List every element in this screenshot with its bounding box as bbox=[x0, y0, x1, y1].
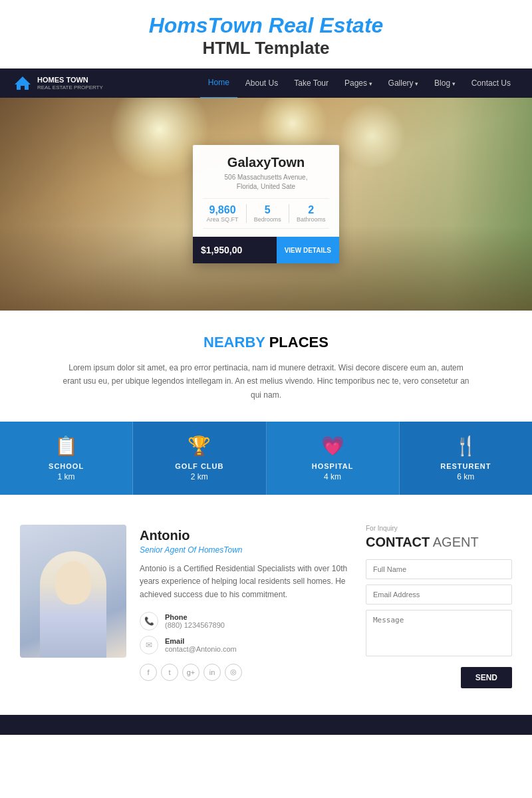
agent-photo-placeholder bbox=[20, 525, 126, 658]
nav-item-home[interactable]: Home bbox=[200, 68, 237, 98]
social-googleplus[interactable]: g+ bbox=[182, 664, 200, 681]
amenity-school-dist: 1 km bbox=[7, 472, 126, 481]
agent-email-row: ✉ Email contact@Antonio.com bbox=[140, 636, 352, 654]
nav-link-contact[interactable]: Contact Us bbox=[464, 68, 519, 98]
nav-item-gallery[interactable]: Gallery bbox=[380, 68, 427, 98]
social-linkedin[interactable]: in bbox=[203, 664, 221, 681]
amenities-bar: 📋 SCHOOL 1 km 🏆 GOLF CLUB 2 km 💗 HOSPITA… bbox=[0, 422, 532, 495]
amenity-restaurant-name: RESTURENT bbox=[406, 462, 525, 470]
agent-photo bbox=[20, 525, 126, 658]
agent-phone-row: 📞 Phone (880) 1234567890 bbox=[140, 612, 352, 630]
stat-divider-2 bbox=[289, 204, 289, 223]
view-details-button[interactable]: VIEW DETAILS bbox=[277, 237, 339, 263]
agent-info: Antonio Senior Agent Of HomesTown Antoni… bbox=[140, 525, 352, 681]
nav-item-about[interactable]: About Us bbox=[237, 68, 286, 98]
social-facebook[interactable]: f bbox=[140, 664, 157, 681]
navbar: HOMES TOWN REAL ESTATE PROPERTY Home Abo… bbox=[0, 68, 532, 98]
phone-icon: 📞 bbox=[140, 612, 158, 630]
nav-item-blog[interactable]: Blog bbox=[426, 68, 464, 98]
phone-label: Phone bbox=[165, 613, 225, 621]
nav-logo[interactable]: HOMES TOWN REAL ESTATE PROPERTY bbox=[13, 75, 103, 91]
nav-link-home[interactable]: Home bbox=[200, 68, 237, 98]
agent-bio: Antonio is a Certified Residential Speci… bbox=[140, 563, 352, 601]
nav-item-contact[interactable]: Contact Us bbox=[464, 68, 519, 98]
nav-link-pages[interactable]: Pages bbox=[336, 68, 380, 98]
amenity-golf: 🏆 GOLF CLUB 2 km bbox=[133, 422, 266, 495]
nav-item-pages[interactable]: Pages bbox=[336, 68, 380, 98]
home-icon bbox=[13, 75, 32, 91]
nav-logo-name: HOMES TOWN bbox=[37, 76, 103, 84]
send-button[interactable]: SEND bbox=[461, 667, 512, 688]
amenity-golf-name: GOLF CLUB bbox=[140, 462, 259, 470]
nav-link-about[interactable]: About Us bbox=[237, 68, 286, 98]
email-icon: ✉ bbox=[140, 636, 158, 654]
form-title-normal: AGENT bbox=[430, 535, 478, 549]
email-value: contact@Antonio.com bbox=[165, 645, 237, 653]
stat-divider-1 bbox=[246, 204, 247, 223]
footer-bar bbox=[0, 715, 532, 735]
page-title-section: HomsTown Real Estate HTML Template bbox=[0, 0, 532, 68]
hero-section: GalaxyTown 506 Massachusetts Avenue, Flo… bbox=[0, 98, 532, 311]
form-inquiry-label: For Inquiry bbox=[366, 525, 512, 532]
nav-item-tour[interactable]: Take Tour bbox=[286, 68, 336, 98]
email-label: Email bbox=[165, 637, 237, 645]
golf-icon: 🏆 bbox=[140, 435, 259, 457]
nearby-title-highlight: NEARBY bbox=[203, 334, 265, 350]
school-icon: 📋 bbox=[7, 435, 126, 457]
nav-link-gallery[interactable]: Gallery bbox=[380, 68, 427, 98]
svg-marker-0 bbox=[15, 76, 31, 90]
nearby-section: NEARBY PLACES Lorem ipsum dolor sit amet… bbox=[0, 311, 532, 418]
agent-phone-info: Phone (880) 1234567890 bbox=[165, 613, 225, 629]
contact-form-section: For Inquiry CONTACT AGENT SEND bbox=[366, 525, 512, 688]
agent-section: Antonio Senior Agent Of HomesTown Antoni… bbox=[0, 498, 532, 715]
amenity-hospital: 💗 HOSPITAL 4 km bbox=[267, 422, 400, 495]
page-title-sub: HTML Template bbox=[0, 38, 532, 59]
amenity-school: 📋 SCHOOL 1 km bbox=[0, 422, 133, 495]
nav-link-blog[interactable]: Blog bbox=[426, 68, 464, 98]
form-title: CONTACT AGENT bbox=[366, 535, 512, 550]
social-instagram[interactable]: ◎ bbox=[225, 664, 242, 681]
nearby-description: Lorem ipsum dolor sit amet, ea pro error… bbox=[60, 361, 472, 402]
nearby-title-rest: PLACES bbox=[265, 334, 329, 350]
amenity-golf-dist: 2 km bbox=[140, 472, 259, 481]
amenity-hospital-name: HOSPITAL bbox=[273, 462, 392, 470]
nav-logo-tagline: REAL ESTATE PROPERTY bbox=[37, 84, 103, 90]
social-twitter[interactable]: t bbox=[161, 664, 178, 681]
hospital-icon: 💗 bbox=[273, 435, 392, 457]
nav-links: Home About Us Take Tour Pages Gallery Bl… bbox=[200, 68, 519, 98]
restaurant-icon: 🍴 bbox=[406, 435, 525, 457]
social-links: f t g+ in ◎ bbox=[140, 664, 352, 681]
stat-bedrooms: 5 Bedrooms bbox=[254, 204, 281, 223]
email-input[interactable] bbox=[366, 585, 512, 604]
full-name-input[interactable] bbox=[366, 559, 512, 579]
property-card: GalaxyTown 506 Massachusetts Avenue, Flo… bbox=[193, 145, 339, 263]
amenity-restaurant: 🍴 RESTURENT 6 km bbox=[400, 422, 532, 495]
message-textarea[interactable] bbox=[366, 610, 512, 656]
amenity-restaurant-dist: 6 km bbox=[406, 472, 525, 481]
nav-link-tour[interactable]: Take Tour bbox=[286, 68, 336, 98]
phone-value: (880) 1234567890 bbox=[165, 621, 225, 629]
amenity-school-name: SCHOOL bbox=[7, 462, 126, 470]
property-footer: $1,950,00 VIEW DETAILS bbox=[193, 237, 339, 263]
stat-sqft: 9,860 Area SQ.FT bbox=[207, 204, 239, 223]
property-stats: 9,860 Area SQ.FT 5 Bedrooms 2 Bathrooms bbox=[203, 198, 329, 229]
property-address: 506 Massachusetts Avenue, Florida, Unite… bbox=[203, 173, 329, 192]
property-price: $1,950,00 bbox=[193, 237, 277, 263]
stat-bathrooms: 2 Bathrooms bbox=[297, 204, 326, 223]
amenity-hospital-dist: 4 km bbox=[273, 472, 392, 481]
agent-title: Senior Agent Of HomesTown bbox=[140, 545, 352, 555]
agent-name: Antonio bbox=[140, 528, 352, 543]
property-name: GalaxyTown bbox=[203, 155, 329, 170]
form-title-bold: CONTACT bbox=[366, 535, 430, 549]
nearby-title: NEARBY PLACES bbox=[40, 334, 492, 351]
agent-email-info: Email contact@Antonio.com bbox=[165, 637, 237, 653]
page-title-main: HomsTown Real Estate bbox=[0, 13, 532, 38]
